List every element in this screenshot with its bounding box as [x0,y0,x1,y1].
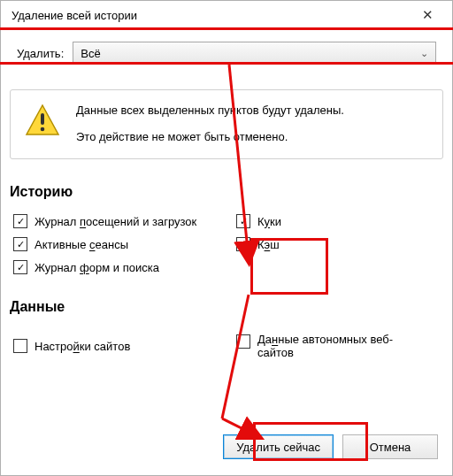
time-range-label: Удалить: [17,47,64,60]
checkbox-icon [236,237,250,251]
checkbox-icon [13,214,27,228]
check-visits[interactable]: Журнал посещений и загрузок [13,214,220,228]
dialog-body: Удалить: Всё ⌄ Данные всех выделенных пу… [1,29,452,475]
checkbox-icon [13,339,27,353]
cancel-button[interactable]: Отмена [342,434,438,459]
time-range-row: Удалить: Всё ⌄ [10,36,443,70]
checkbox-icon [13,237,27,251]
warning-line-1: Данные всех выделенных пунктов будут уда… [76,103,344,119]
svg-point-2 [41,127,45,132]
check-cookies[interactable]: Куки [236,214,443,228]
time-range-combobox[interactable]: Всё ⌄ [73,42,436,65]
svg-line-5 [222,418,257,436]
warning-text: Данные всех выделенных пунктов будут уда… [76,103,344,144]
checkbox-icon [236,334,250,349]
check-visits-label: Журнал посещений и загрузок [35,215,196,228]
check-cache[interactable]: Кэш [236,237,443,251]
data-checks: Настройки сайтов Данные автономных веб-с… [13,333,443,359]
section-data-title: Данные [10,299,443,315]
check-cookies-label: Куки [257,215,281,228]
warning-line-2: Это действие не может быть отменено. [76,129,344,145]
delete-now-button[interactable]: Удалить сейчас [223,434,334,459]
section-history-title: Историю [10,184,443,200]
check-offline-data-label: Данные автономных веб-сайтов [257,333,417,359]
check-site-settings-label: Настройки сайтов [35,340,130,353]
time-range-value: Всё [81,47,100,60]
check-site-settings[interactable]: Настройки сайтов [13,333,220,359]
history-checks: Журнал посещений и загрузок Куки Активны… [13,214,443,274]
check-forms-label: Журнал форм и поиска [35,261,159,274]
checkbox-icon [236,214,250,228]
checkbox-icon [13,260,27,274]
check-forms[interactable]: Журнал форм и поиска [13,260,220,274]
titlebar: Удаление всей истории ✕ [1,1,452,29]
check-offline-data[interactable]: Данные автономных веб-сайтов [236,333,443,359]
check-sessions[interactable]: Активные сеансы [13,237,220,251]
window-title: Удаление всей истории [12,9,137,22]
svg-rect-1 [41,113,44,125]
check-sessions-label: Активные сеансы [35,238,128,251]
warning-panel: Данные всех выделенных пунктов будут уда… [10,89,443,159]
dialog-window: Удаление всей истории ✕ Удалить: Всё ⌄ Д… [0,0,453,476]
close-button[interactable]: ✕ [410,3,445,27]
close-icon: ✕ [422,7,434,23]
button-row: Удалить сейчас Отмена [10,434,443,463]
check-cache-label: Кэш [257,238,280,251]
chevron-down-icon: ⌄ [420,48,428,59]
warning-icon [25,103,60,138]
